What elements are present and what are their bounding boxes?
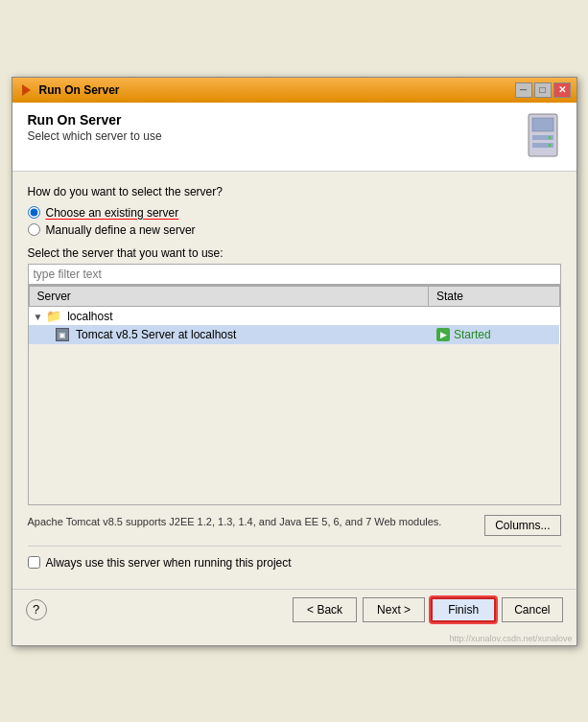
- server-table: Server State ▼ 📁 localhost: [29, 286, 560, 345]
- server-small-icon: ▣: [56, 328, 69, 341]
- define-new-radio[interactable]: [28, 223, 40, 236]
- server-table-area: Server State ▼ 📁 localhost: [28, 285, 561, 505]
- always-use-row: Always use this server when running this…: [28, 556, 561, 570]
- started-icon: ▶: [436, 328, 450, 341]
- state-column-header: State: [429, 286, 560, 306]
- svg-rect-2: [532, 118, 553, 131]
- app-icon: [18, 82, 34, 98]
- filter-label: Select the server that you want to use:: [28, 246, 561, 260]
- window-title: Run On Server: [39, 83, 120, 97]
- title-bar: Run On Server ─ □ ✕: [12, 78, 576, 103]
- divider: [28, 546, 561, 547]
- minimize-button[interactable]: ─: [515, 82, 532, 98]
- server-column-header: Server: [29, 286, 429, 306]
- server-illustration: [525, 112, 561, 161]
- watermark: http://xunalov.csdn.net/xunalove: [450, 634, 573, 643]
- description-text: Apache Tomcat v8.5 supports J2EE 1.2, 1.…: [28, 515, 476, 529]
- choose-existing-label: Choose an existing server: [46, 206, 179, 220]
- server-name-cell: ▣ Tomcat v8.5 Server at localhost: [29, 325, 429, 344]
- table-row[interactable]: ▣ Tomcat v8.5 Server at localhost ▶ Star…: [29, 325, 559, 344]
- always-use-checkbox[interactable]: [28, 556, 40, 569]
- svg-point-7: [548, 144, 551, 147]
- choose-existing-radio[interactable]: [28, 206, 40, 219]
- page-subtitle: Select which server to use: [28, 129, 162, 143]
- columns-button[interactable]: Columns...: [484, 515, 560, 536]
- svg-point-6: [548, 136, 551, 139]
- cancel-button[interactable]: Cancel: [502, 597, 562, 622]
- folder-icon: 📁: [46, 309, 61, 323]
- back-button[interactable]: < Back: [293, 597, 357, 622]
- table-row[interactable]: ▼ 📁 localhost: [29, 306, 559, 325]
- description-area: Apache Tomcat v8.5 supports J2EE 1.2, 1.…: [28, 515, 561, 536]
- localhost-group: ▼ 📁 localhost: [29, 306, 559, 325]
- page-title: Run On Server: [28, 112, 162, 128]
- next-button[interactable]: Next >: [363, 597, 425, 622]
- tree-expand-icon: ▼: [34, 312, 43, 322]
- filter-input[interactable]: [28, 264, 561, 285]
- dialog-footer: ? < Back Next > Finish Cancel: [12, 589, 576, 632]
- finish-button[interactable]: Finish: [431, 597, 496, 622]
- dialog-content: How do you want to select the server? Ch…: [12, 172, 576, 589]
- dialog-header: Run On Server Select which server to use: [12, 103, 576, 172]
- selection-question: How do you want to select the server?: [28, 185, 561, 198]
- help-button[interactable]: ?: [26, 599, 47, 620]
- close-button[interactable]: ✕: [553, 82, 571, 98]
- svg-marker-0: [22, 84, 31, 96]
- maximize-button[interactable]: □: [534, 82, 552, 98]
- server-state-cell: ▶ Started: [429, 325, 560, 344]
- server-selection-radio-group: Choose an existing server Manually defin…: [28, 206, 561, 237]
- define-new-label: Manually define a new server: [46, 223, 196, 237]
- always-use-label: Always use this server when running this…: [46, 556, 292, 570]
